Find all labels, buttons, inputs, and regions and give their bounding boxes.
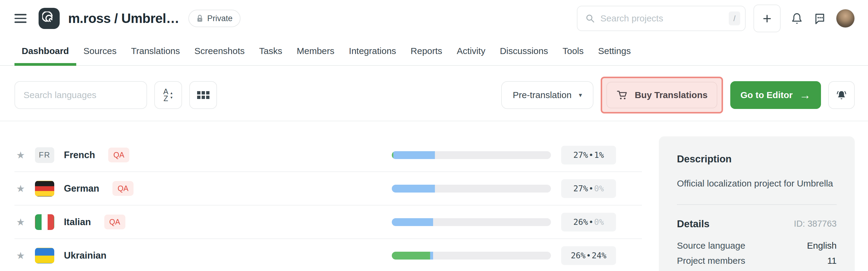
grid-view-icon (197, 91, 210, 99)
user-avatar[interactable] (836, 9, 855, 28)
language-name[interactable]: Italian (64, 217, 91, 227)
search-projects-box[interactable]: / (577, 6, 746, 31)
cart-icon (616, 89, 628, 101)
translated-segment (392, 185, 435, 193)
language-row-french[interactable]: ★ FR French QA 27% • 1% (14, 138, 642, 172)
dashboard-toolbar: A Z ▲ ▼ Pre-translation ▾ Buy Translatio… (0, 66, 868, 121)
details-row: Words to translate 2 898 (677, 268, 837, 271)
approved-percent: 0% (594, 217, 604, 227)
bell-ring-icon (835, 89, 848, 101)
keyboard-shortcut-hint: / (729, 11, 740, 25)
chevron-down-icon: ▾ (579, 91, 582, 99)
tab-translations[interactable]: Translations (124, 37, 187, 65)
tab-settings[interactable]: Settings (591, 37, 638, 65)
pretranslation-dropdown[interactable]: Pre-translation ▾ (501, 81, 593, 109)
details-value: 11 (827, 253, 837, 268)
tab-activity[interactable]: Activity (450, 37, 493, 65)
tab-integrations[interactable]: Integrations (342, 37, 404, 65)
project-title[interactable]: m.ross / Umbrel… (68, 11, 179, 26)
search-projects-input[interactable] (600, 13, 723, 24)
grid-view-button[interactable] (189, 81, 217, 109)
translated-segment (392, 218, 433, 226)
translated-segment (393, 151, 435, 159)
description-title: Description (677, 153, 837, 165)
buy-translations-button[interactable]: Buy Translations (607, 82, 717, 108)
project-id: ID: 387763 (794, 219, 837, 229)
language-row-german[interactable]: ★ German QA 27% • 0% (14, 172, 642, 206)
go-to-editor-button[interactable]: Go to Editor → (730, 81, 821, 109)
create-project-button[interactable]: + (753, 4, 781, 32)
search-languages-input[interactable] (14, 81, 147, 109)
tab-bar: DashboardSourcesTranslationsScreenshotsT… (0, 37, 868, 66)
privacy-label: Private (207, 14, 233, 23)
language-flag (35, 214, 54, 230)
sort-languages-button[interactable]: A Z ▲ ▼ (154, 81, 182, 109)
tab-tools[interactable]: Tools (555, 37, 591, 65)
crowdin-logo[interactable] (38, 8, 60, 29)
star-icon[interactable]: ★ (16, 183, 27, 194)
tab-sources[interactable]: Sources (76, 37, 124, 65)
watch-notifications-button[interactable] (828, 81, 855, 109)
translated-percent: 27% (573, 184, 588, 193)
tab-screenshots[interactable]: Screenshots (187, 37, 252, 65)
divider (677, 204, 837, 205)
progress-percentages: 26% • 0% (561, 213, 616, 232)
dot-separator-icon: • (589, 217, 593, 227)
star-icon[interactable]: ★ (16, 216, 27, 228)
details-row: Source language English (677, 238, 837, 253)
translated-percent: 26% (571, 251, 586, 260)
description-text: Official localization project for Umbrel… (677, 178, 837, 190)
language-flag (35, 181, 54, 196)
sort-az-icon: A Z ▲ ▼ (163, 88, 173, 102)
language-name[interactable]: Ukrainian (64, 250, 106, 261)
menu-icon[interactable] (14, 14, 27, 23)
language-flag: FR (35, 147, 54, 163)
star-icon[interactable]: ★ (16, 250, 27, 261)
details-value: English (807, 238, 837, 253)
details-title: Details (677, 218, 710, 229)
tab-discussions[interactable]: Discussions (493, 37, 555, 65)
qa-badge[interactable]: QA (108, 147, 129, 162)
details-label: Words to translate (677, 268, 750, 271)
progress-bar (392, 218, 551, 226)
privacy-badge: Private (188, 10, 241, 27)
language-list: ★ FR French QA 27% • 1% ★ German QA 27% … (14, 138, 642, 271)
details-rows: Source language English Project members … (677, 238, 837, 271)
arrow-right-icon: → (799, 89, 811, 101)
qa-badge[interactable]: QA (113, 181, 133, 196)
tab-dashboard[interactable]: Dashboard (14, 37, 76, 65)
details-row: Project members 11 (677, 253, 837, 268)
details-value: 2 898 (814, 268, 837, 271)
language-name[interactable]: German (64, 183, 99, 194)
search-icon (585, 13, 595, 23)
dot-separator-icon: • (586, 251, 591, 260)
buy-translations-label: Buy Translations (635, 90, 708, 100)
progress-percentages: 26% • 24% (561, 246, 616, 265)
project-info-card: Description Official localization projec… (659, 136, 855, 271)
lock-icon (196, 14, 204, 23)
dot-separator-icon: • (589, 184, 593, 193)
language-name[interactable]: French (64, 150, 95, 161)
tab-reports[interactable]: Reports (403, 37, 450, 65)
progress-bar (392, 185, 551, 193)
progress-bar (392, 252, 551, 260)
approved-percent: 24% (592, 251, 607, 260)
pretranslation-label: Pre-translation (513, 90, 571, 100)
details-label: Source language (677, 238, 745, 253)
translated-segment (430, 252, 433, 260)
dot-separator-icon: • (589, 150, 593, 160)
messages-chat-icon[interactable] (813, 12, 827, 25)
approved-percent: 1% (594, 150, 604, 160)
translated-percent: 26% (573, 217, 588, 227)
language-row-italian[interactable]: ★ Italian QA 26% • 0% (14, 206, 642, 239)
star-icon[interactable]: ★ (16, 150, 27, 161)
qa-badge[interactable]: QA (104, 215, 125, 229)
progress-percentages: 27% • 0% (561, 179, 616, 198)
go-to-editor-label: Go to Editor (741, 90, 793, 100)
dashboard-content: ★ FR French QA 27% • 1% ★ German QA 27% … (0, 121, 868, 271)
language-row-ukrainian[interactable]: ★ Ukrainian 26% • 24% (14, 239, 642, 271)
notifications-bell-icon[interactable] (790, 11, 804, 25)
tab-members[interactable]: Members (290, 37, 342, 65)
tab-tasks[interactable]: Tasks (252, 37, 290, 65)
language-flag (35, 248, 54, 264)
